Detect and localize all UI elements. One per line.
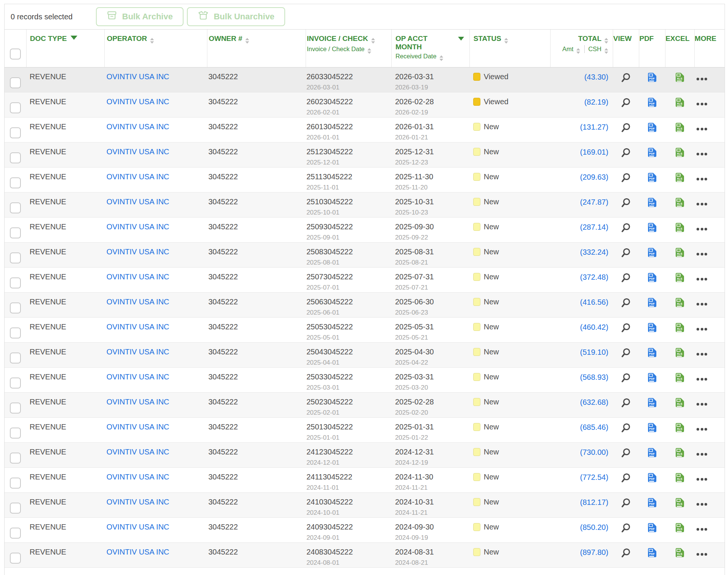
xls-file-icon[interactable]: XLS <box>675 447 685 467</box>
operator-link[interactable]: OVINTIV USA INC <box>107 197 169 206</box>
magnifier-icon[interactable] <box>620 422 632 442</box>
ellipsis-icon[interactable] <box>697 253 707 267</box>
magnifier-icon[interactable] <box>620 272 632 292</box>
bulk-archive-button[interactable]: Bulk Archive <box>96 7 184 26</box>
ellipsis-icon[interactable] <box>697 328 707 342</box>
operator-link[interactable]: OVINTIV USA INC <box>107 523 169 531</box>
ellipsis-icon[interactable] <box>697 128 707 142</box>
magnifier-icon[interactable] <box>620 372 632 392</box>
xls-file-icon[interactable]: XLS <box>675 372 685 392</box>
ellipsis-icon[interactable] <box>697 403 707 417</box>
row-checkbox[interactable] <box>10 152 21 163</box>
row-checkbox[interactable] <box>10 227 21 238</box>
magnifier-icon[interactable] <box>620 97 632 117</box>
magnifier-icon[interactable] <box>620 397 632 417</box>
xls-file-icon[interactable]: XLS <box>675 297 685 317</box>
magnifier-icon[interactable] <box>620 447 632 467</box>
operator-link[interactable]: OVINTIV USA INC <box>107 72 169 81</box>
ellipsis-icon[interactable] <box>697 78 707 92</box>
pdf-file-icon[interactable]: PDF <box>647 272 657 292</box>
xls-file-icon[interactable]: XLS <box>675 497 685 517</box>
operator-link[interactable]: OVINTIV USA INC <box>107 423 169 431</box>
operator-link[interactable]: OVINTIV USA INC <box>107 248 169 256</box>
magnifier-icon[interactable] <box>620 72 632 92</box>
xls-file-icon[interactable]: XLS <box>675 272 685 292</box>
row-checkbox[interactable] <box>10 478 21 489</box>
row-checkbox[interactable] <box>10 302 21 313</box>
operator-link[interactable]: OVINTIV USA INC <box>107 273 169 281</box>
operator-link[interactable]: OVINTIV USA INC <box>107 97 169 106</box>
ellipsis-icon[interactable] <box>697 428 707 442</box>
ellipsis-icon[interactable] <box>697 353 707 367</box>
operator-link[interactable]: OVINTIV USA INC <box>107 147 169 156</box>
row-checkbox[interactable] <box>10 77 21 88</box>
operator-link[interactable]: OVINTIV USA INC <box>107 448 169 456</box>
row-checkbox[interactable] <box>10 327 21 338</box>
xls-file-icon[interactable]: XLS <box>675 197 685 217</box>
operator-link[interactable]: OVINTIV USA INC <box>107 473 169 481</box>
row-checkbox[interactable] <box>10 403 21 414</box>
xls-file-icon[interactable]: XLS <box>675 397 685 417</box>
pdf-file-icon[interactable]: PDF <box>647 72 657 92</box>
magnifier-icon[interactable] <box>620 247 632 267</box>
xls-file-icon[interactable]: XLS <box>675 472 685 492</box>
row-checkbox[interactable] <box>10 353 21 363</box>
pdf-file-icon[interactable]: PDF <box>647 122 657 142</box>
xls-file-icon[interactable]: XLS <box>675 122 685 142</box>
row-checkbox[interactable] <box>10 528 21 539</box>
row-checkbox[interactable] <box>10 503 21 514</box>
select-all-checkbox[interactable] <box>10 49 21 60</box>
ellipsis-icon[interactable] <box>697 303 707 317</box>
ellipsis-icon[interactable] <box>697 503 707 517</box>
row-checkbox[interactable] <box>10 102 21 113</box>
xls-file-icon[interactable]: XLS <box>675 247 685 267</box>
xls-file-icon[interactable]: XLS <box>675 97 685 117</box>
received-date-sort-label[interactable]: Received Date <box>395 53 436 60</box>
xls-file-icon[interactable]: XLS <box>675 347 685 367</box>
pdf-file-icon[interactable]: PDF <box>647 197 657 217</box>
ellipsis-icon[interactable] <box>697 478 707 492</box>
pdf-file-icon[interactable]: PDF <box>647 547 657 567</box>
magnifier-icon[interactable] <box>620 222 632 242</box>
pdf-file-icon[interactable]: PDF <box>647 472 657 492</box>
operator-link[interactable]: OVINTIV USA INC <box>107 122 169 131</box>
operator-link[interactable]: OVINTIV USA INC <box>107 172 169 181</box>
total-sort-label[interactable]: TOTAL <box>578 34 602 42</box>
magnifier-icon[interactable] <box>620 297 632 317</box>
magnifier-icon[interactable] <box>620 147 632 167</box>
operator-link[interactable]: OVINTIV USA INC <box>107 323 169 331</box>
row-checkbox[interactable] <box>10 428 21 439</box>
ellipsis-icon[interactable] <box>697 103 707 117</box>
ellipsis-icon[interactable] <box>697 453 707 467</box>
magnifier-icon[interactable] <box>620 172 632 192</box>
magnifier-icon[interactable] <box>620 122 632 142</box>
ellipsis-icon[interactable] <box>697 203 707 217</box>
pdf-file-icon[interactable]: PDF <box>647 372 657 392</box>
row-checkbox[interactable] <box>10 453 21 464</box>
ellipsis-icon[interactable] <box>697 278 707 292</box>
pdf-file-icon[interactable]: PDF <box>647 97 657 117</box>
invoice-date-sort-label[interactable]: Invoice / Check Date <box>307 45 364 52</box>
xls-file-icon[interactable]: XLS <box>675 72 685 92</box>
xls-file-icon[interactable]: XLS <box>675 522 685 542</box>
operator-link[interactable]: OVINTIV USA INC <box>107 373 169 381</box>
magnifier-icon[interactable] <box>620 347 632 367</box>
pdf-file-icon[interactable]: PDF <box>647 497 657 517</box>
ellipsis-icon[interactable] <box>697 228 707 242</box>
xls-file-icon[interactable]: XLS <box>675 172 685 192</box>
magnifier-icon[interactable] <box>620 197 632 217</box>
row-checkbox[interactable] <box>10 202 21 213</box>
operator-sort-label[interactable]: OPERATOR <box>107 34 147 42</box>
ellipsis-icon[interactable] <box>697 378 707 392</box>
pdf-file-icon[interactable]: PDF <box>647 147 657 167</box>
total-amt-sort-label[interactable]: Amt <box>562 45 573 52</box>
operator-link[interactable]: OVINTIV USA INC <box>107 548 169 556</box>
pdf-file-icon[interactable]: PDF <box>647 522 657 542</box>
row-checkbox[interactable] <box>10 378 21 389</box>
pdf-file-icon[interactable]: PDF <box>647 222 657 242</box>
operator-link[interactable]: OVINTIV USA INC <box>107 222 169 231</box>
status-sort-label[interactable]: STATUS <box>474 34 501 42</box>
pdf-file-icon[interactable]: PDF <box>647 297 657 317</box>
pdf-file-icon[interactable]: PDF <box>647 397 657 417</box>
magnifier-icon[interactable] <box>620 547 632 567</box>
